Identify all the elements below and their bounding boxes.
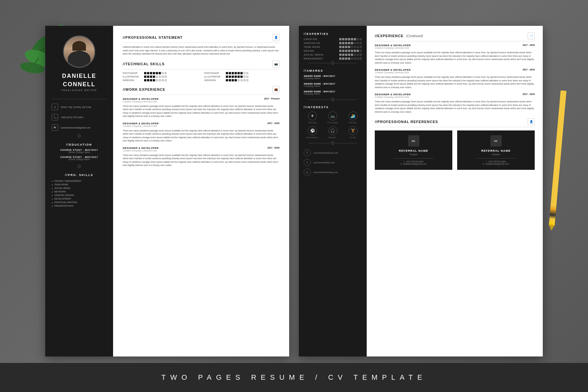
exp-social: SOCIAL MEDIA: [304, 54, 362, 56]
job-date-p2-3: 2017 - 2018: [523, 93, 535, 95]
ref-icon-2: ✂: [490, 135, 502, 147]
work-experience-section: //WORK EXPERIENCE 💼 DESIGNER & DEVELOPER…: [123, 86, 279, 167]
skill-label: ILLUSTRATOR: [205, 76, 224, 78]
dot: [150, 72, 152, 74]
name-line1: DANIELLE: [62, 73, 96, 80]
skill-dots: [144, 76, 167, 78]
award-company-1: Company Name: [304, 77, 362, 79]
job-title-sidebar: FREELANCER WRITER: [61, 89, 97, 91]
dot: [159, 72, 161, 74]
dot: [243, 76, 246, 78]
job-desc-1: There are many variations passage lorem …: [123, 105, 279, 118]
dot: [240, 76, 243, 78]
exp-name: INNOVATIVE: [304, 42, 320, 44]
twitter-icon: t: [304, 159, 311, 166]
dot: [226, 72, 228, 74]
gym-icon: 🏋: [349, 126, 358, 135]
skill-label: ILLUSTRATOR: [123, 76, 142, 78]
interest-label: MUSIC: [329, 137, 337, 139]
ref-icon-1: ✂: [408, 135, 419, 147]
exp-dot: [354, 38, 356, 40]
fancy-divider-1: [77, 135, 82, 137]
interests-grid: ✈ TRAVEL 🚲 CYCLING 🏄 KAYAK ⚽ FOOTBALL: [304, 111, 362, 139]
dot: [144, 72, 146, 74]
ts-header: //TECHNICAL SKILLS 📷: [123, 60, 279, 69]
linkedin-url: username/linkeding.com: [313, 171, 338, 173]
briefcase-icon: 💼: [272, 86, 279, 93]
fancy-divider-2: [77, 165, 82, 168]
cycling-icon: 🚲: [328, 111, 337, 120]
pro-skills-list: PROJECT MANAGEMENT TEAM WORK SOCIAL MEDI…: [45, 179, 113, 208]
dot: [144, 79, 146, 81]
job-date-1: 2017 - Present: [264, 98, 279, 100]
job-desc-3: There are many variations passage lorem …: [123, 154, 279, 167]
social-links: f username/facebook.com t username/twitt…: [304, 149, 362, 176]
job-company-p2-1: Creative Company | America USA.: [375, 47, 411, 49]
job-title-p2-1: DESIGNER & DEVELOPER: [375, 44, 411, 47]
exp-dot: [342, 38, 344, 40]
skill-item: NETWORK: [52, 190, 107, 193]
exp-dot: [345, 54, 347, 56]
user-icon: 👤: [272, 34, 279, 41]
fancy-divider-exp: [309, 62, 357, 64]
exp-management: MANAGEMENT: [304, 57, 362, 60]
dot: [246, 76, 248, 78]
skill-photoshop-2: PHOTOSHOP: [205, 72, 280, 74]
ts-title: //TECHNICAL SKILLS: [123, 62, 165, 66]
skill-label: INDESIGN: [123, 79, 142, 81]
contact-phone: 📞 +060-(875)-7575-6997: [45, 113, 113, 122]
exp-dot: [351, 54, 353, 56]
exp-dot: [357, 54, 359, 56]
dot: [232, 76, 234, 78]
exp-dot: [360, 42, 362, 44]
exp-innovative: INNOVATIVE: [304, 42, 362, 44]
sidebar-page2: //EXPERTIES CREATIVE INNOVATIVE: [299, 26, 367, 356]
dot: [156, 72, 158, 74]
interest-gym: 🏋 GYM: [344, 126, 362, 139]
ref-phone-1: t. +097 5(578) 6489: [380, 160, 447, 163]
education-title: //EDUCATION: [66, 143, 92, 146]
dot: [159, 79, 161, 81]
dot: [150, 79, 152, 81]
dot: [232, 79, 234, 81]
job-desc-p2-2: There are many variations passage lorem …: [375, 76, 535, 89]
exp-dot: [348, 54, 350, 56]
skill-item: DEVELOPMENT: [52, 197, 107, 201]
exp-teamwork: TEAM WORK: [304, 46, 362, 48]
dot: [240, 79, 243, 81]
exp-dot: [339, 50, 341, 52]
dot: [229, 72, 231, 74]
award-2: AWARD NAME - MAY/2017 Company Name: [304, 83, 362, 87]
skill-label: PHOTOSHOP: [205, 72, 224, 74]
document-icon: 📄: [528, 32, 535, 39]
job-title-1: DESIGNER & DEVELOPER: [123, 98, 159, 100]
divider1: [52, 99, 106, 99]
job-company-1: Creative Company | America USA.: [123, 100, 159, 103]
job-title-p2-3: DESIGNER & DEVELOPER: [375, 93, 411, 96]
job-header-p2-3: DESIGNER & DEVELOPER Creative Company | …: [375, 93, 535, 99]
exp-dot: [348, 42, 350, 44]
exp-dot: [357, 42, 359, 44]
we-header: //WORK EXPERIENCE 💼: [123, 86, 279, 95]
dot: [229, 79, 231, 81]
exp-dot: [348, 57, 350, 60]
exp-name: SOCIAL MEDIA: [304, 54, 324, 56]
address-text: Street, City, Country, Zip Code: [61, 106, 91, 108]
exp-dot: [354, 42, 356, 44]
exp-dot: [345, 46, 347, 48]
interest-cycling: 🚲 CYCLING: [324, 111, 342, 124]
ref-email-2: e. mailadress@gmail.com: [462, 163, 530, 165]
award-name-3: AWARD NAME - MAY/2017: [304, 90, 362, 93]
job-company-p2-3: Creative Company | America USA.: [375, 96, 411, 98]
job-title-2: DESIGNER & DEVELOPER: [123, 122, 159, 125]
exp-dot: [357, 57, 359, 60]
course-name-1: COURSE STUDY - MAY/2017: [60, 149, 98, 151]
dot: [235, 76, 237, 78]
dot: [164, 79, 167, 81]
references-grid: ✂ REFERRAL NAME Position t. +097 5(578) …: [375, 130, 535, 170]
ps-text: suffered alteration in some form autest …: [123, 46, 279, 56]
skills-grid: PHOTOSHOP PHOTOSHOP: [123, 72, 279, 81]
exp-dot: [339, 42, 341, 44]
dot: [237, 76, 240, 78]
exp-dot: [348, 46, 350, 48]
